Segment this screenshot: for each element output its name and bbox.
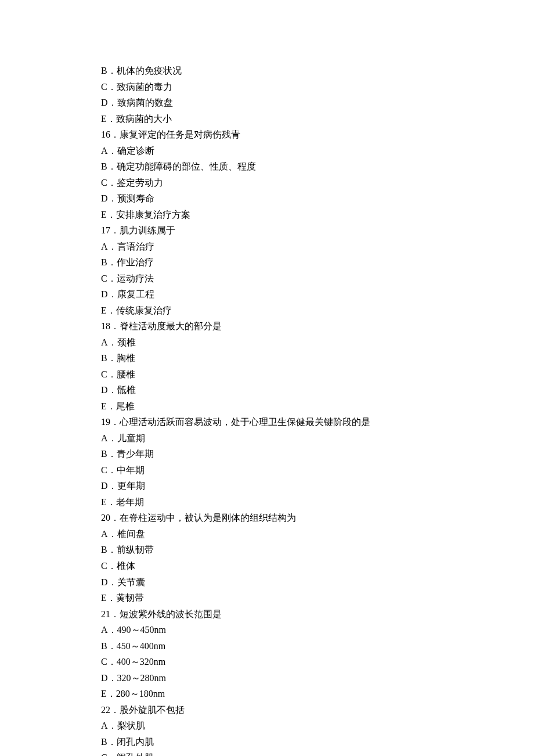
line-text: 闭孔内肌	[117, 737, 154, 747]
line-label: B．	[101, 737, 117, 747]
line-label: C．	[101, 561, 117, 571]
text-line: E．致病菌的大小	[101, 111, 534, 127]
line-label: B．	[101, 257, 117, 267]
line-text: 320～280nm	[117, 673, 166, 683]
line-text: 机体的免疫状况	[117, 66, 182, 75]
text-line: A．儿童期	[101, 430, 534, 447]
text-line: E．安排康复治疗方案	[101, 207, 534, 223]
line-text: 心理活动活跃而容易波动，处于心理卫生保健最关键阶段的是	[120, 417, 370, 427]
text-line: A．颈椎	[101, 334, 534, 351]
text-line: A．椎间盘	[101, 526, 534, 542]
text-line: E．尾椎	[101, 398, 534, 415]
line-label: A．	[101, 146, 117, 156]
text-line: E．黄韧带	[101, 590, 534, 606]
line-text: 更年期	[117, 481, 145, 491]
text-line: D．骶椎	[101, 382, 534, 398]
line-text: 骶椎	[117, 385, 136, 395]
line-label: D．	[101, 98, 117, 107]
text-line: 21．短波紫外线的波长范围是	[101, 606, 534, 622]
line-text: 肌力训练属于	[120, 225, 175, 235]
line-label: E．	[101, 305, 116, 315]
line-text: 预测寿命	[117, 193, 154, 203]
text-line: C．鉴定劳动力	[101, 175, 534, 191]
text-line: B．青少年期	[101, 446, 534, 462]
line-label: E．	[101, 689, 116, 699]
line-text: 450～400nm	[117, 641, 165, 651]
line-label: B．	[101, 161, 117, 171]
line-text: 儿童期	[117, 433, 145, 443]
line-text: 在脊柱运动中，被认为是刚体的组织结构为	[120, 513, 296, 523]
line-label: A．	[101, 242, 117, 251]
line-label: B．	[101, 641, 117, 651]
line-text: 关节囊	[117, 577, 145, 587]
line-label: 21．	[101, 609, 120, 619]
line-label: 20．	[101, 513, 120, 523]
line-text: 梨状肌	[117, 721, 145, 730]
line-text: 胸椎	[117, 353, 135, 363]
text-line: D．320～280nm	[101, 670, 534, 686]
line-label: C．	[101, 465, 117, 475]
line-label: C．	[101, 273, 117, 283]
line-text: 股外旋肌不包括	[120, 705, 185, 715]
text-line: 17．肌力训练属于	[101, 222, 534, 239]
line-label: 18．	[101, 321, 120, 331]
text-line: E．280～180nm	[101, 686, 534, 702]
text-line: D．预测寿命	[101, 190, 534, 207]
text-line: D．致病菌的数盘	[101, 95, 534, 111]
line-text: 短波紫外线的波长范围是	[120, 609, 222, 619]
line-label: C．	[101, 369, 117, 379]
text-line: B．确定功能障碍的部位、性质、程度	[101, 159, 534, 175]
line-label: A．	[101, 625, 117, 635]
line-text: 安排康复治疗方案	[116, 210, 190, 219]
line-label: C．	[101, 178, 117, 188]
text-line: C．闭孔外肌	[101, 750, 534, 756]
line-label: C．	[101, 82, 117, 92]
text-line: B．前纵韧带	[101, 542, 534, 558]
text-line: D．更年期	[101, 478, 534, 494]
text-line: A．490～450nm	[101, 622, 534, 638]
line-text: 致病菌的大小	[116, 114, 172, 124]
line-text: 椎体	[117, 561, 135, 571]
line-text: 致病菌的数盘	[117, 98, 173, 107]
document-body: B．机体的免疫状况C．致病菌的毒力D．致病菌的数盘E．致病菌的大小16．康复评定…	[101, 63, 534, 756]
line-text: 前纵韧带	[117, 545, 154, 555]
line-label: D．	[101, 577, 117, 587]
text-line: C．腰椎	[101, 366, 534, 383]
text-line: 16．康复评定的任务是对病伤残青	[101, 127, 534, 143]
text-line: 19．心理活动活跃而容易波动，处于心理卫生保健最关键阶段的是	[101, 414, 534, 430]
line-label: A．	[101, 721, 117, 730]
line-text: 康复工程	[117, 289, 154, 299]
line-label: E．	[101, 114, 116, 124]
line-text: 作业治疗	[117, 257, 154, 267]
text-line: 18．脊柱活动度最大的部分是	[101, 318, 534, 334]
text-line: B．450～400nm	[101, 638, 534, 654]
line-label: A．	[101, 433, 117, 443]
line-text: 确定诊断	[117, 146, 154, 156]
line-text: 490～450nm	[117, 625, 166, 635]
line-label: B．	[101, 353, 117, 363]
line-label: E．	[101, 210, 116, 219]
text-line: A．确定诊断	[101, 143, 534, 159]
line-text: 确定功能障碍的部位、性质、程度	[117, 161, 256, 171]
line-label: A．	[101, 337, 117, 347]
line-text: 黄韧带	[116, 593, 144, 603]
line-label: D．	[101, 289, 117, 299]
line-text: 脊柱活动度最大的部分是	[120, 321, 222, 331]
line-label: D．	[101, 385, 117, 395]
line-text: 康复评定的任务是对病伤残青	[120, 129, 240, 139]
text-line: E．老年期	[101, 494, 534, 510]
line-text: 闭孔外肌	[117, 753, 154, 756]
text-line: 20．在脊柱运动中，被认为是刚体的组织结构为	[101, 510, 534, 526]
line-text: 言语治疗	[117, 242, 154, 251]
text-line: C．致病菌的毒力	[101, 79, 534, 95]
line-label: E．	[101, 593, 116, 603]
line-label: A．	[101, 529, 117, 539]
line-text: 400～320nm	[117, 657, 165, 667]
line-text: 腰椎	[117, 369, 135, 379]
line-text: 老年期	[116, 497, 144, 507]
line-label: B．	[101, 66, 117, 75]
line-label: B．	[101, 449, 117, 459]
text-line: B．闭孔内肌	[101, 734, 534, 750]
line-text: 尾椎	[116, 401, 135, 411]
text-line: C．运动疗法	[101, 271, 534, 287]
